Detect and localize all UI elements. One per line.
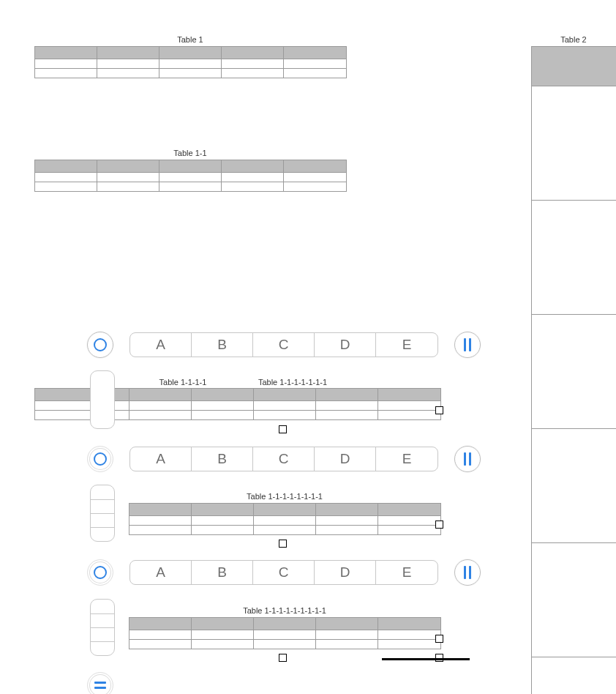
record-button[interactable]: [87, 559, 113, 586]
divider-line: [382, 658, 470, 660]
segmented-control-1[interactable]: A B C D E: [129, 332, 438, 357]
segment-e[interactable]: E: [376, 447, 437, 471]
record-button[interactable]: [87, 332, 113, 358]
segment-b[interactable]: B: [192, 447, 253, 471]
pause-button[interactable]: [454, 559, 481, 586]
table-1x8[interactable]: [129, 617, 441, 649]
mini-list-2[interactable]: [90, 485, 115, 542]
segmented-control-3[interactable]: A B C D E: [129, 560, 438, 585]
caption-table-1x6: Table 1-1-1-1-1-1-1: [234, 378, 351, 387]
segment-c[interactable]: C: [253, 447, 315, 471]
segmented-row-3: A B C D E: [87, 559, 481, 586]
segment-e[interactable]: E: [376, 561, 437, 584]
more-button[interactable]: [87, 672, 113, 694]
segment-c[interactable]: C: [253, 561, 315, 584]
resize-handle[interactable]: [279, 654, 287, 662]
resize-handle[interactable]: [435, 635, 443, 643]
caption-table-1x8: Table 1-1-1-1-1-1-1-1-1: [129, 606, 440, 615]
segment-c[interactable]: C: [253, 333, 315, 357]
segment-d[interactable]: D: [315, 333, 376, 357]
caption-table-2: Table 2: [531, 35, 616, 44]
pause-icon: [464, 338, 471, 351]
circle-icon: [94, 566, 107, 579]
segmented-row-2: A B C D E: [87, 446, 481, 472]
table-1-1[interactable]: [34, 160, 347, 192]
segment-b[interactable]: B: [192, 561, 253, 584]
segment-a[interactable]: A: [130, 561, 192, 584]
segmented-row-1: A B C D E: [87, 332, 481, 358]
mini-list-3[interactable]: [90, 599, 115, 656]
caption-table-1x7: Table 1-1-1-1-1-1-1-1: [129, 492, 440, 501]
caption-table-1-1-1-1: Table 1-1-1-1: [132, 378, 234, 387]
pause-button[interactable]: [454, 446, 481, 472]
record-button[interactable]: [87, 446, 113, 472]
equals-icon: [94, 682, 106, 689]
resize-handle[interactable]: [279, 540, 287, 548]
caption-table-1: Table 1: [34, 35, 346, 44]
circle-icon: [94, 452, 107, 466]
segment-e[interactable]: E: [376, 333, 437, 357]
resize-handle[interactable]: [435, 520, 443, 529]
pause-icon: [464, 566, 471, 579]
pause-icon: [464, 452, 471, 466]
table-1[interactable]: [34, 46, 347, 78]
segment-a[interactable]: A: [130, 333, 192, 357]
circle-icon: [94, 338, 107, 351]
caption-table-1-1: Table 1-1: [34, 149, 346, 157]
mini-list-1[interactable]: [90, 370, 115, 429]
segmented-control-2[interactable]: A B C D E: [129, 447, 438, 471]
segment-b[interactable]: B: [192, 333, 253, 357]
pause-button[interactable]: [454, 332, 481, 358]
table-1x6[interactable]: [129, 388, 441, 420]
table-1x7[interactable]: [129, 503, 441, 535]
segment-a[interactable]: A: [130, 447, 192, 471]
segment-d[interactable]: D: [315, 447, 376, 471]
resize-handle[interactable]: [279, 425, 287, 433]
resize-handle[interactable]: [435, 406, 443, 414]
table-2[interactable]: [531, 46, 616, 694]
segment-d[interactable]: D: [315, 561, 376, 584]
